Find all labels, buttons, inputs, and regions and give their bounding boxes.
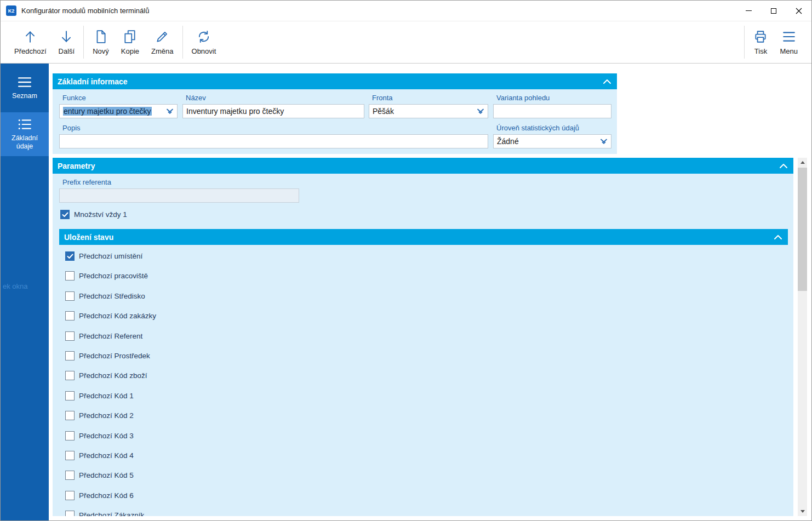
nazev-input[interactable] (182, 104, 364, 118)
checkbox[interactable] (65, 391, 75, 400)
field-nazev: Název (182, 94, 364, 118)
toolbar-button-label: Obnovit (192, 47, 216, 55)
section-header-ulozeni-stavu[interactable]: Uložení stavu (59, 229, 788, 245)
checkbox-label: Předchozí Kód 6 (79, 491, 134, 500)
toolbar-button-zmena[interactable]: Změna (145, 21, 179, 63)
chevron-up-icon[interactable] (779, 163, 788, 169)
varianta-pohledu-input[interactable] (493, 104, 611, 118)
checkbox-row[interactable]: Předchozí Kód 4 (65, 451, 156, 471)
checkbox-row[interactable]: Předchozí Kód 1 (65, 391, 156, 411)
checkbox-row[interactable]: Předchozí Kód 2 (65, 411, 156, 431)
field-fronta: Fronta Pěšák (369, 94, 488, 118)
checkbox-row[interactable]: Předchozí Kód 6 (65, 491, 156, 511)
section-header-parametry[interactable]: Parametry (53, 158, 793, 174)
checkbox[interactable] (65, 431, 75, 440)
field-label: Varianta pohledu (493, 94, 611, 103)
checkbox-row[interactable]: Předchozí Referent (65, 331, 156, 351)
close-button[interactable] (786, 1, 811, 21)
checkbox-mnozstvi-vzdy-1[interactable]: Množství vždy 1 (60, 210, 127, 219)
selected-text: entury majetku pro čtečky (63, 107, 152, 116)
checkbox[interactable] (60, 210, 70, 219)
checkbox-row[interactable]: Předchozí Kód 3 (65, 431, 156, 451)
section-header-basic-info[interactable]: Základní informace (53, 73, 617, 89)
sidebar: Seznam Základní údaje ek okna (1, 64, 49, 521)
maximize-icon (771, 8, 776, 14)
checkbox-row[interactable]: Předchozí Prostředek (65, 351, 156, 371)
fronta-input[interactable]: Pěšák (369, 104, 488, 118)
checkbox[interactable] (65, 511, 75, 516)
checkbox-row[interactable]: Předchozí Zákazník (65, 511, 156, 516)
toolbar-button-novy[interactable]: Nový (87, 21, 115, 63)
uroven-value: Žádné (497, 137, 519, 146)
dropdown-icon[interactable] (600, 139, 608, 145)
field-popis: Popis (59, 124, 488, 148)
field-varianta-pohledu: Varianta pohledu (493, 94, 611, 118)
field-label: Fronta (369, 94, 488, 103)
checkbox[interactable] (65, 371, 75, 380)
scroll-down-button[interactable] (798, 507, 807, 516)
vertical-scrollbar[interactable] (798, 158, 807, 516)
save-state-checkbox-list: Předchozí umístění Předchozí pracoviště … (65, 251, 156, 516)
uroven-input[interactable]: Žádné (493, 134, 611, 148)
titlebar: K2 Konfigurátor modulů mobilních terminá… (1, 1, 811, 21)
scroll-up-button[interactable] (798, 158, 807, 167)
checkbox-row[interactable]: Předchozí Kód zboží (65, 371, 156, 391)
toolbar-separator (83, 26, 84, 59)
check-icon (62, 212, 68, 217)
checkbox[interactable] (65, 451, 75, 460)
checkbox-row[interactable]: Předchozí pracoviště (65, 271, 156, 291)
checkbox[interactable] (65, 411, 75, 420)
checkbox-row[interactable]: Předchozí umístění (65, 251, 156, 271)
toolbar-button-dalsi[interactable]: Další (53, 21, 81, 63)
checkbox-row[interactable]: Předchozí Středisko (65, 291, 156, 311)
checkbox-label: Předchozí Prostředek (79, 351, 150, 360)
popis-input[interactable] (59, 134, 488, 148)
scrollbar-thumb[interactable] (798, 168, 807, 291)
checkbox-label: Předchozí Referent (79, 331, 142, 341)
parametry-panel: Prefix referenta Množství vždy 1 Uložení… (53, 174, 793, 516)
chevron-up-icon[interactable] (603, 79, 611, 84)
toolbar-button-menu[interactable]: Menu (774, 21, 804, 63)
sidebar-item-zakladni-udaje[interactable]: Základní údaje (1, 112, 49, 156)
checkbox[interactable] (65, 251, 75, 261)
checkbox-label: Předchozí Kód 1 (79, 391, 134, 400)
prefix-referenta-input[interactable] (59, 188, 299, 203)
chevron-up-icon[interactable] (774, 234, 782, 240)
checkbox[interactable] (65, 471, 75, 480)
checkbox[interactable] (65, 291, 75, 301)
toolbar-button-label: Další (59, 47, 75, 55)
checkbox-row[interactable]: Předchozí Kód zakázky (65, 311, 156, 331)
checkbox[interactable] (65, 351, 75, 360)
refresh-icon (197, 30, 211, 44)
field-label: Prefix referenta (59, 178, 299, 187)
field-funkce: Funkce entury majetku pro čtečky (59, 94, 178, 118)
printer-icon (753, 30, 768, 44)
maximize-button[interactable] (761, 1, 786, 21)
toolbar-button-obnovit[interactable]: Obnovit (186, 21, 222, 63)
toolbar-spacer (222, 21, 741, 63)
toolbar-button-kopie[interactable]: Kopie (115, 21, 145, 63)
fronta-value: Pěšák (373, 107, 394, 116)
checkbox-label: Předchozí Kód 3 (79, 431, 134, 440)
checkbox[interactable] (65, 311, 75, 320)
sidebar-item-seznam[interactable]: Seznam (1, 71, 49, 106)
funkce-input[interactable]: entury majetku pro čtečky (59, 104, 178, 118)
checkbox-label: Předchozí Kód 5 (79, 471, 134, 480)
checkbox[interactable] (65, 331, 75, 341)
scroll-down-icon (800, 510, 805, 513)
sidebar-item-label: Základní údaje (1, 134, 49, 151)
minimize-button[interactable] (736, 1, 761, 21)
toolbar-button-predchozi[interactable]: Předchozí (8, 21, 53, 63)
field-label: Popis (59, 124, 488, 133)
checkbox-row[interactable]: Předchozí Kód 5 (65, 471, 156, 490)
check-icon (67, 254, 73, 259)
dropdown-icon[interactable] (166, 108, 174, 114)
checkbox[interactable] (65, 271, 75, 280)
toolbar-button-label: Tisk (754, 47, 767, 55)
copy-icon (123, 30, 137, 44)
toolbar-button-tisk[interactable]: Tisk (747, 21, 774, 63)
checkbox[interactable] (65, 491, 75, 500)
dropdown-icon[interactable] (477, 108, 484, 114)
list-icon (18, 118, 32, 130)
field-prefix-referenta: Prefix referenta (59, 178, 299, 203)
